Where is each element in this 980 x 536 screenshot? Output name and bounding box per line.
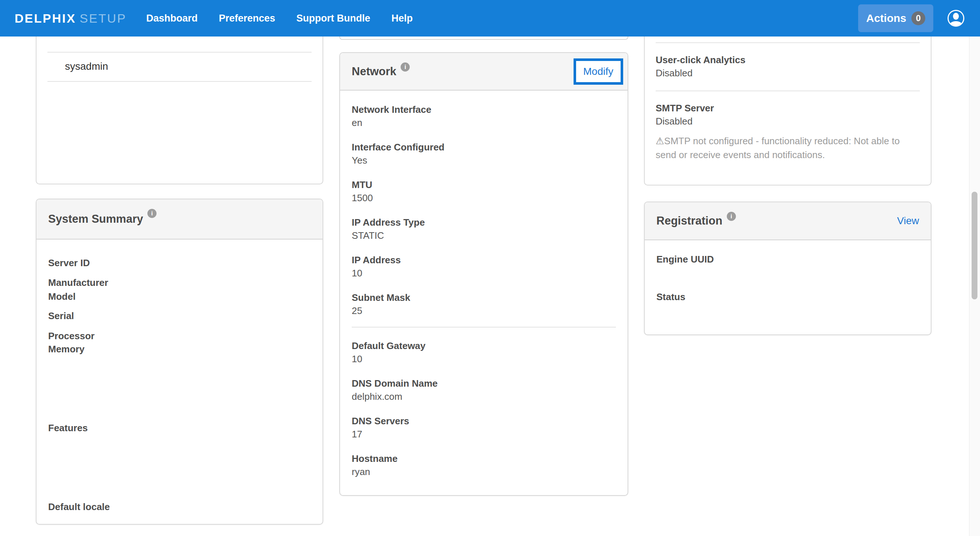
user-avatar-icon bbox=[948, 10, 964, 27]
nav-links: Dashboard Preferences Support Bundle Hel… bbox=[146, 13, 434, 24]
network-title: Network bbox=[352, 65, 396, 78]
network-field: Subnet Mask 25 bbox=[352, 291, 616, 317]
users-card: sysadmin bbox=[36, 37, 323, 184]
actions-count-badge: 0 bbox=[912, 11, 925, 25]
registration-body: Engine UUID Status bbox=[645, 253, 931, 303]
modify-button[interactable]: Modify bbox=[574, 58, 623, 85]
status-card-body: User-click Analytics Disabled bbox=[645, 53, 931, 80]
brand-primary: DELPHIX bbox=[14, 11, 76, 26]
divider bbox=[352, 327, 616, 327]
summary-label-memory: Memory bbox=[48, 343, 311, 356]
nav-item-dashboard[interactable]: Dashboard bbox=[146, 13, 198, 24]
smtp-warning-text: SMTP not configured - functionality redu… bbox=[655, 136, 900, 160]
summary-label-server-id: Server ID bbox=[48, 256, 311, 270]
divider bbox=[655, 91, 920, 91]
system-summary-title: System Summary bbox=[48, 212, 143, 226]
summary-label-processor: Processor bbox=[48, 329, 311, 343]
modify-button-label: Modify bbox=[584, 66, 613, 77]
smtp-warning-note: SMTP not configured - functionality redu… bbox=[655, 134, 920, 162]
field-value: en bbox=[352, 116, 616, 129]
status-card-body: SMTP Server Disabled SMTP not configured… bbox=[645, 102, 931, 162]
network-field: MTU 1500 bbox=[352, 178, 616, 204]
registration-label-status: Status bbox=[656, 290, 919, 303]
warning-icon bbox=[655, 136, 664, 147]
field-value: Disabled bbox=[655, 115, 920, 128]
network-field: Hostname ryan bbox=[352, 452, 616, 478]
actions-button[interactable]: Actions 0 bbox=[858, 5, 933, 32]
network-field: Network Interface en bbox=[352, 103, 616, 129]
registration-header: Registration View bbox=[645, 202, 931, 240]
nav-item-help[interactable]: Help bbox=[391, 13, 413, 24]
field-value: Disabled bbox=[655, 67, 920, 80]
system-summary-header: System Summary bbox=[37, 199, 323, 239]
field-label: IP Address Type bbox=[352, 216, 616, 229]
system-summary-card: System Summary Server ID Manufacturer Mo… bbox=[36, 199, 323, 525]
field-value: 17 bbox=[352, 428, 616, 441]
registration-label-engine-uuid: Engine UUID bbox=[656, 253, 919, 266]
summary-label-default-locale: Default locale bbox=[48, 500, 311, 514]
top-navbar: DELPHIX SETUP Dashboard Preferences Supp… bbox=[0, 0, 980, 37]
view-link[interactable]: View bbox=[897, 215, 919, 227]
page-scrollbar-thumb[interactable] bbox=[972, 192, 977, 299]
network-body-gateway-section: Default Gateway 10 DNS Domain Name delph… bbox=[340, 339, 628, 478]
registration-card: Registration View Engine UUID Status bbox=[644, 201, 931, 335]
network-field: DNS Domain Name delphix.com bbox=[352, 377, 616, 403]
actions-button-label: Actions bbox=[866, 12, 906, 24]
setup-dashboard-page: DELPHIX SETUP Dashboard Preferences Supp… bbox=[0, 0, 980, 536]
nav-item-support-bundle[interactable]: Support Bundle bbox=[296, 13, 370, 24]
field-label: SMTP Server bbox=[655, 102, 920, 115]
field-value: delphix.com bbox=[352, 390, 616, 403]
network-header: Network Modify bbox=[340, 53, 628, 91]
card-fragment-above bbox=[339, 37, 628, 40]
status-card: User-click Analytics Disabled SMTP Serve… bbox=[644, 37, 931, 185]
field-label: DNS Domain Name bbox=[352, 377, 616, 390]
field-label: MTU bbox=[352, 178, 616, 191]
divider bbox=[48, 52, 312, 53]
network-field: DNS Servers 17 bbox=[352, 415, 616, 441]
field-label: DNS Servers bbox=[352, 415, 616, 428]
summary-label-manufacturer: Manufacturer bbox=[48, 276, 311, 289]
summary-label-features: Features bbox=[48, 421, 311, 434]
status-field: User-click Analytics Disabled bbox=[655, 53, 920, 80]
info-icon[interactable] bbox=[401, 62, 410, 72]
summary-label-model: Model bbox=[48, 290, 311, 303]
user-menu-button[interactable] bbox=[948, 10, 964, 27]
field-label: IP Address bbox=[352, 254, 616, 266]
info-icon[interactable] bbox=[147, 209, 156, 218]
field-value: 1500 bbox=[352, 191, 616, 204]
divider bbox=[655, 42, 920, 43]
network-card: Network Modify Network Interface en Inte… bbox=[339, 52, 628, 496]
registration-title: Registration bbox=[656, 214, 722, 228]
field-value: STATIC bbox=[352, 229, 616, 242]
network-field: IP Address 10 bbox=[352, 254, 616, 280]
delphix-setup-logo: DELPHIX SETUP bbox=[14, 11, 127, 26]
info-icon[interactable] bbox=[727, 212, 736, 221]
field-label: Subnet Mask bbox=[352, 291, 616, 304]
field-label: User-click Analytics bbox=[655, 53, 920, 67]
network-field: Default Gateway 10 bbox=[352, 339, 616, 365]
user-row-sysadmin[interactable]: sysadmin bbox=[37, 60, 323, 73]
brand-secondary: SETUP bbox=[80, 11, 126, 26]
field-value: 10 bbox=[352, 266, 616, 280]
nav-item-preferences[interactable]: Preferences bbox=[219, 13, 275, 24]
summary-label-serial: Serial bbox=[48, 309, 311, 322]
field-label: Default Gateway bbox=[352, 339, 616, 353]
field-value: 10 bbox=[352, 353, 616, 365]
network-field: IP Address Type STATIC bbox=[352, 216, 616, 242]
field-value: Yes bbox=[352, 154, 616, 167]
field-label: Interface Configured bbox=[352, 140, 616, 154]
page-scrollbar-track[interactable] bbox=[969, 37, 980, 536]
divider bbox=[48, 81, 312, 82]
status-field: SMTP Server Disabled bbox=[655, 102, 920, 128]
field-value: ryan bbox=[352, 465, 616, 478]
field-value: 25 bbox=[352, 304, 616, 317]
network-field: Interface Configured Yes bbox=[352, 140, 616, 167]
field-label: Hostname bbox=[352, 452, 616, 465]
system-summary-body: Server ID Manufacturer Model Serial Proc… bbox=[37, 256, 323, 514]
network-body: Network Interface en Interface Configure… bbox=[340, 103, 628, 327]
field-label: Network Interface bbox=[352, 103, 616, 116]
